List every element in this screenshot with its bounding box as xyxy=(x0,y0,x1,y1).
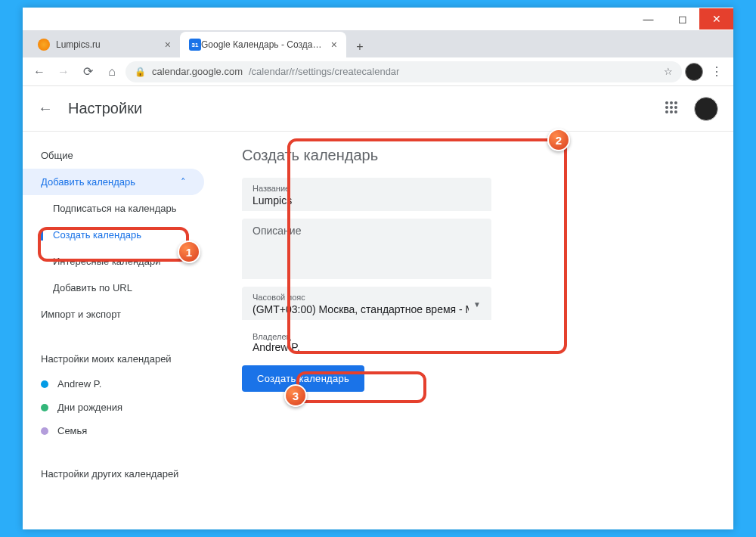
sidebar-item-subscribe[interactable]: Подписаться на календарь xyxy=(23,195,212,222)
tab-lumpics[interactable]: Lumpics.ru × xyxy=(29,32,180,57)
sidebar-item-by-url[interactable]: Добавить по URL xyxy=(23,275,212,301)
owner-display: Владелец Andrew P. xyxy=(242,327,491,358)
settings-header: ← Настройки xyxy=(23,86,733,132)
page-content: ← Настройки Общие Добавить календарь ˄ П… xyxy=(23,86,733,498)
url-field[interactable]: 🔒 calendar.google.com/calendar/r/setting… xyxy=(125,61,682,82)
bookmark-star-icon[interactable]: ☆ xyxy=(664,66,673,77)
color-dot-icon xyxy=(41,404,48,411)
field-value: Lumpics xyxy=(253,194,481,206)
favicon-icon xyxy=(38,39,50,51)
main-panel: Создать календарь Название Lumpics Описа… xyxy=(212,132,733,498)
minimize-button[interactable]: — xyxy=(631,8,665,29)
field-label: Часовой пояс xyxy=(253,293,469,302)
timezone-select[interactable]: Часовой пояс (GMT+03:00) Москва, стандар… xyxy=(242,287,491,320)
url-path: /calendar/r/settings/createcalendar xyxy=(249,66,399,77)
lock-icon: 🔒 xyxy=(135,67,146,77)
url-host: calendar.google.com xyxy=(152,66,243,77)
account-avatar[interactable] xyxy=(694,97,718,121)
tab-title: Google Календарь - Создание к xyxy=(201,39,327,50)
color-dot-icon xyxy=(41,380,48,388)
sidebar-item-add-calendar[interactable]: Добавить календарь ˄ xyxy=(23,169,204,195)
new-tab-button[interactable]: + xyxy=(349,36,370,57)
dropdown-caret-icon: ▼ xyxy=(473,300,481,309)
settings-back-icon[interactable]: ← xyxy=(38,100,53,117)
chevron-up-icon: ˄ xyxy=(181,176,186,188)
settings-sidebar: Общие Добавить календарь ˄ Подписаться н… xyxy=(23,132,212,498)
close-button[interactable]: ✕ xyxy=(699,8,733,29)
tab-google-calendar[interactable]: 31 Google Календарь - Создание к × xyxy=(180,32,346,57)
calendar-item[interactable]: Дни рождения xyxy=(23,396,212,419)
description-field[interactable]: Описание xyxy=(242,219,491,279)
profile-avatar[interactable] xyxy=(685,63,703,81)
address-bar: ← → ⟳ ⌂ 🔒 calendar.google.com/calendar/r… xyxy=(23,57,733,86)
maximize-button[interactable]: ◻ xyxy=(665,8,699,29)
sidebar-heading-other-calendars: Настройки других календарей xyxy=(23,458,212,487)
back-icon[interactable]: ← xyxy=(29,61,50,82)
sidebar-item-import-export[interactable]: Импорт и экспорт xyxy=(23,301,212,327)
sidebar-item-general[interactable]: Общие xyxy=(23,142,212,169)
form-title: Создать календарь xyxy=(242,147,703,164)
google-apps-icon[interactable] xyxy=(665,101,680,116)
forward-icon[interactable]: → xyxy=(53,61,74,82)
field-value: Andrew P. xyxy=(253,341,481,353)
home-icon[interactable]: ⌂ xyxy=(101,61,122,82)
sidebar-item-label: Добавить календарь xyxy=(41,176,135,188)
calendar-item[interactable]: Семья xyxy=(23,419,212,442)
tab-strip: Lumpics.ru × 31 Google Календарь - Созда… xyxy=(23,30,733,57)
calendar-favicon-icon: 31 xyxy=(189,39,201,51)
menu-icon[interactable]: ⋮ xyxy=(706,61,727,82)
create-calendar-button[interactable]: Создать календарь xyxy=(242,365,364,392)
browser-window: — ◻ ✕ Lumpics.ru × 31 Google Календарь -… xyxy=(23,8,733,529)
field-label: Описание xyxy=(253,225,481,237)
page-title: Настройки xyxy=(68,100,665,117)
sidebar-heading-my-calendars: Настройки моих календарей xyxy=(23,343,212,372)
calendar-name: Andrew P. xyxy=(57,378,101,390)
tab-close-icon[interactable]: × xyxy=(165,39,171,51)
tab-close-icon[interactable]: × xyxy=(331,39,337,51)
field-label: Владелец xyxy=(253,332,481,341)
tab-title: Lumpics.ru xyxy=(56,39,160,50)
settings-body: Общие Добавить календарь ˄ Подписаться н… xyxy=(23,132,733,498)
calendar-name: Семья xyxy=(57,425,87,436)
color-dot-icon xyxy=(41,427,48,435)
name-field[interactable]: Название Lumpics xyxy=(242,178,491,211)
sidebar-item-create-calendar[interactable]: Создать календарь xyxy=(23,222,212,248)
field-label: Название xyxy=(253,184,481,193)
field-value: (GMT+03:00) Москва, стандартное время - … xyxy=(253,303,469,315)
sidebar-item-interesting[interactable]: Интересные календари xyxy=(23,248,212,275)
calendar-name: Дни рождения xyxy=(57,402,122,413)
window-titlebar: — ◻ ✕ xyxy=(23,8,733,30)
reload-icon[interactable]: ⟳ xyxy=(77,61,98,82)
calendar-item[interactable]: Andrew P. xyxy=(23,372,212,396)
